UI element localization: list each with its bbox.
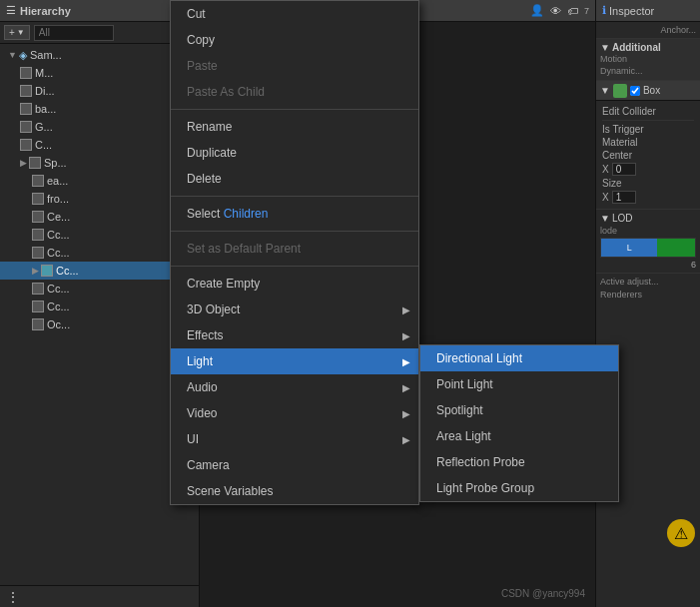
select-children-label: Select Children	[187, 207, 268, 221]
component-box-header: ▼ Box	[596, 81, 700, 101]
box-collider-section: Edit Collider Is Trigger Material Center…	[596, 101, 700, 210]
component-enabled-checkbox[interactable]	[630, 86, 640, 96]
anchor-section: Anchor...	[596, 22, 700, 39]
cube-icon	[32, 193, 44, 205]
item-label: G...	[35, 121, 53, 133]
context-menu-copy[interactable]: Copy	[171, 27, 418, 53]
copy-label: Copy	[187, 33, 215, 47]
hierarchy-icon: ☰	[6, 4, 16, 17]
item-label: Di...	[35, 85, 55, 97]
context-menu-delete[interactable]: Delete	[171, 166, 418, 192]
context-menu-effects[interactable]: Effects ▶	[171, 322, 418, 348]
context-menu-camera[interactable]: Camera	[171, 452, 418, 478]
submenu-point-light[interactable]: Point Light	[420, 371, 618, 397]
context-menu-light[interactable]: Light ▶	[171, 348, 418, 374]
inspector-header: ℹ Inspector	[596, 0, 700, 22]
context-menu-create-empty[interactable]: Create Empty	[171, 271, 418, 297]
3d-object-label: 3D Object	[187, 303, 240, 316]
edit-collider-row: Edit Collider	[602, 105, 694, 118]
material-row: Material	[602, 136, 694, 149]
is-trigger-label: Is Trigger	[602, 124, 644, 135]
audio-label: Audio	[187, 380, 218, 394]
context-menu-rename[interactable]: Rename	[171, 114, 418, 140]
inspector-title: Inspector	[609, 5, 654, 17]
item-label: fro...	[47, 193, 69, 205]
lod-bar: L	[600, 238, 696, 258]
context-menu-ui[interactable]: UI ▶	[171, 426, 418, 452]
submenu-directional-light[interactable]: Directional Light	[420, 345, 618, 371]
cube-icon	[32, 301, 44, 312]
arrow-icon: ▼	[8, 50, 17, 60]
is-trigger-row: Is Trigger	[602, 123, 694, 136]
person-icon[interactable]: 👤	[530, 4, 544, 17]
size-label: Size	[602, 178, 621, 189]
context-menu-3d-object[interactable]: 3D Object ▶	[171, 297, 418, 322]
material-label: Material	[602, 137, 638, 148]
arrow-right-icon: ▶	[402, 408, 410, 419]
rename-label: Rename	[187, 120, 232, 134]
arrow-right-icon: ▶	[402, 304, 410, 315]
lod-value: 6	[600, 260, 696, 270]
context-menu-duplicate[interactable]: Duplicate	[171, 140, 418, 166]
context-menu-cut[interactable]: Cut	[171, 1, 418, 27]
context-menu-paste-as-child[interactable]: Paste As Child	[171, 79, 418, 105]
item-label: Cc...	[47, 301, 70, 312]
cut-label: Cut	[187, 7, 206, 21]
video-label: Video	[187, 406, 217, 420]
cube-icon	[32, 318, 44, 330]
x-label: X	[602, 164, 609, 175]
delete-label: Delete	[187, 172, 222, 186]
edit-collider-label: Edit Collider	[602, 106, 656, 117]
center-label: Center	[602, 150, 632, 161]
arrow-right-icon: ▶	[402, 382, 410, 393]
context-menu-scene-variables[interactable]: Scene Variables	[171, 478, 418, 504]
area-light-label: Area Light	[436, 429, 491, 443]
plus-icon: +	[9, 27, 15, 38]
spotlight-label: Spotlight	[436, 403, 483, 417]
inspector-panel: ℹ Inspector Anchor... ▼ Additional Motio…	[595, 0, 700, 607]
lod-label: LOD	[612, 213, 633, 224]
submenu-light-probe-group[interactable]: Light Probe Group	[420, 475, 618, 501]
context-menu-set-default-parent[interactable]: Set as Default Parent	[171, 236, 418, 262]
submenu-spotlight[interactable]: Spotlight	[420, 397, 618, 423]
hierarchy-title: Hierarchy	[20, 5, 71, 17]
cube-icon	[20, 103, 32, 115]
cube-icon	[32, 211, 44, 223]
options-icon[interactable]: ⋮	[6, 589, 20, 605]
center-x-row: X 0	[602, 162, 694, 177]
cube-icon	[20, 85, 32, 97]
info-icon: ℹ	[602, 4, 606, 17]
watermark-text: CSDN @yancy994	[501, 588, 585, 599]
separator	[171, 231, 418, 232]
camera-label: Camera	[187, 458, 230, 472]
context-menu: Cut Copy Paste Paste As Child Rename Dup…	[170, 0, 419, 505]
hierarchy-search-input[interactable]	[34, 25, 114, 41]
light-submenu: Directional Light Point Light Spotlight …	[419, 344, 619, 502]
item-label: Cc...	[47, 229, 70, 241]
context-menu-select-children[interactable]: Select Children	[171, 201, 418, 227]
item-label: Cc...	[56, 265, 79, 277]
eye-icon[interactable]: 👁	[550, 5, 561, 17]
context-menu-paste[interactable]: Paste	[171, 53, 418, 79]
hierarchy-add-button[interactable]: + ▼	[4, 25, 30, 40]
point-light-label: Point Light	[436, 377, 493, 391]
hierarchy-bottom-bar: ⋮	[0, 585, 199, 607]
cube-icon	[41, 265, 53, 277]
tag-icon[interactable]: 🏷	[567, 5, 578, 17]
reflection-probe-label: Reflection Probe	[436, 455, 525, 469]
lod-section: ▼ LOD lode L 6	[596, 210, 700, 274]
anchor-label: Anchor...	[600, 25, 696, 35]
light-probe-group-label: Light Probe Group	[436, 481, 534, 495]
submenu-reflection-probe[interactable]: Reflection Probe	[420, 449, 618, 475]
triangle-icon: ▼	[600, 42, 610, 53]
triangle-icon: ▼	[600, 213, 610, 224]
item-label: C...	[35, 139, 52, 151]
context-menu-video[interactable]: Video ▶	[171, 400, 418, 426]
component-name: Box	[643, 85, 696, 96]
arrow-icon: ▶	[20, 158, 27, 168]
context-menu-audio[interactable]: Audio ▶	[171, 374, 418, 400]
submenu-area-light[interactable]: Area Light	[420, 423, 618, 449]
directional-light-label: Directional Light	[436, 351, 522, 365]
cube-icon	[32, 247, 44, 259]
light-label: Light	[187, 354, 213, 368]
